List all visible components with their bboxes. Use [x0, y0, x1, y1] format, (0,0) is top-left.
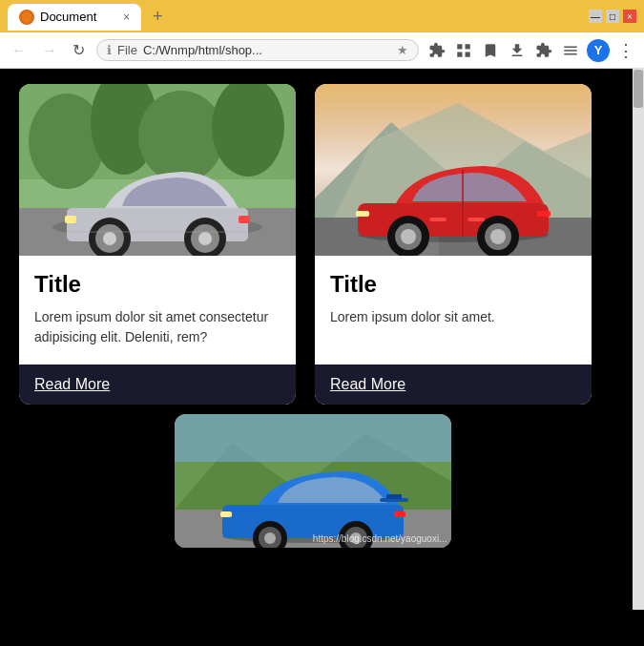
- browser-window: Document × + — □ × ← → ↻ ℹ File C:/Wnmp/…: [0, 0, 644, 610]
- card-1-text: Lorem ipsum dolor sit amet consectetur a…: [34, 307, 280, 347]
- tab-title: Document: [40, 10, 96, 24]
- new-tab-button[interactable]: +: [145, 3, 171, 31]
- grid-icon[interactable]: [453, 40, 474, 61]
- active-tab[interactable]: Document ×: [8, 4, 141, 31]
- reload-button[interactable]: ↻: [69, 39, 89, 61]
- tab-favicon: [19, 10, 34, 25]
- svg-rect-50: [386, 494, 402, 499]
- svg-point-27: [401, 229, 416, 244]
- cards-container: Title Lorem ipsum dolor sit amet consect…: [0, 69, 625, 563]
- menu-icon[interactable]: [560, 40, 581, 61]
- page-content: Title Lorem ipsum dolor sit amet consect…: [0, 69, 644, 610]
- svg-rect-16: [239, 216, 250, 223]
- read-more-button-1[interactable]: Read More: [34, 376, 110, 393]
- svg-rect-32: [537, 211, 551, 217]
- card-row-1: Title Lorem ipsum dolor sit amet consect…: [19, 84, 606, 405]
- download-icon[interactable]: [507, 40, 528, 61]
- card-2-footer: Read More: [315, 365, 592, 405]
- svg-point-43: [264, 532, 276, 544]
- more-icon[interactable]: ⋮: [615, 40, 636, 61]
- title-bar: Document × + — □ ×: [0, 0, 644, 32]
- address-input[interactable]: ℹ File C:/Wnmp/html/shop... ★: [96, 39, 419, 61]
- card-2-image: [315, 84, 592, 256]
- extensions-icon[interactable]: [426, 40, 447, 61]
- scrollbar-thumb[interactable]: [634, 70, 643, 108]
- card-2-text: Lorem ipsum dolor sit amet.: [330, 307, 576, 327]
- card-1: Title Lorem ipsum dolor sit amet consect…: [19, 84, 296, 405]
- address-text: C:/Wnmp/html/shop...: [143, 43, 262, 57]
- toolbar-icons: Y ⋮: [426, 39, 636, 62]
- card-1-title: Title: [34, 271, 280, 298]
- read-more-button-2[interactable]: Read More: [330, 376, 405, 393]
- minimize-button[interactable]: —: [589, 10, 602, 23]
- svg-rect-15: [65, 216, 76, 223]
- svg-rect-23: [358, 203, 549, 237]
- maximize-button[interactable]: □: [606, 10, 619, 23]
- forward-button[interactable]: →: [38, 40, 61, 61]
- close-button[interactable]: ×: [623, 10, 636, 23]
- bookmark-icon[interactable]: ★: [397, 43, 408, 57]
- svg-rect-33: [429, 218, 447, 221]
- tab-bar: Document × +: [8, 3, 589, 31]
- card-1-image: [19, 84, 296, 256]
- address-bar: ← → ↻ ℹ File C:/Wnmp/html/shop... ★: [0, 32, 644, 69]
- card-1-footer: Read More: [19, 365, 296, 405]
- svg-point-14: [198, 232, 212, 245]
- svg-rect-37: [175, 414, 451, 462]
- svg-point-11: [103, 232, 116, 245]
- window-controls: — □ ×: [589, 10, 636, 23]
- file-label: File: [117, 43, 137, 57]
- profile-avatar[interactable]: Y: [587, 39, 610, 62]
- bookmarks-icon[interactable]: [480, 40, 501, 61]
- svg-rect-31: [356, 211, 369, 217]
- info-icon: ℹ: [107, 43, 112, 57]
- card-2-title: Title: [330, 271, 576, 298]
- svg-rect-48: [394, 511, 405, 517]
- card-3-image: [175, 414, 451, 548]
- scrollbar[interactable]: [633, 69, 644, 610]
- svg-point-30: [490, 229, 506, 244]
- card-3: https://blog.csdn.net/yaoguoxi...: [175, 414, 451, 548]
- card-row-2: https://blog.csdn.net/yaoguoxi...: [19, 414, 606, 548]
- card-2: Title Lorem ipsum dolor sit amet. Read M…: [315, 84, 592, 405]
- watermark: https://blog.csdn.net/yaoguoxi...: [313, 533, 447, 544]
- svg-rect-34: [467, 218, 485, 221]
- svg-rect-47: [220, 511, 232, 517]
- svg-point-4: [138, 91, 224, 182]
- back-button[interactable]: ←: [8, 40, 31, 61]
- puzzle-icon[interactable]: [533, 40, 554, 61]
- tab-close-button[interactable]: ×: [123, 10, 130, 24]
